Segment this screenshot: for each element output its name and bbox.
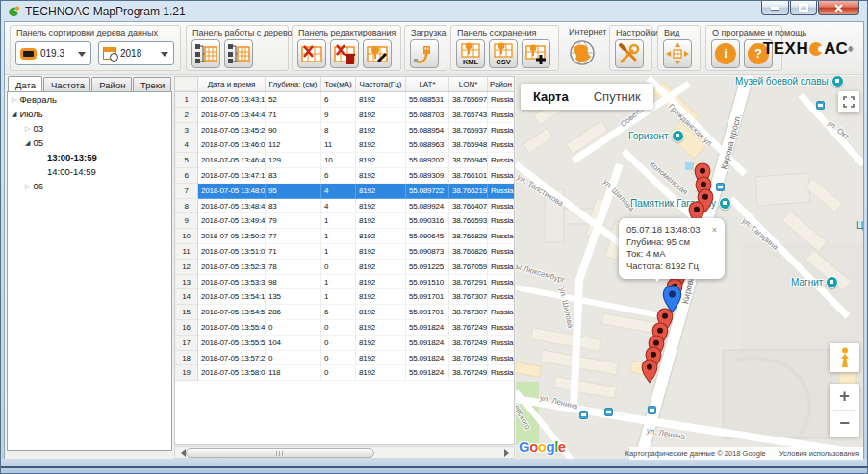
- table-cell[interactable]: 38.765937: [449, 123, 488, 138]
- col-lat[interactable]: LAT*: [406, 77, 449, 91]
- table-cell[interactable]: 8: [321, 123, 356, 138]
- table-cell[interactable]: 1: [321, 275, 356, 290]
- table-row[interactable]: 152018-07-05 13:54:552866819255.09170138…: [175, 305, 514, 320]
- row-number[interactable]: 1: [175, 92, 198, 108]
- table-row[interactable]: 42018-07-05 13:46:0511211819255.08896338…: [175, 137, 514, 153]
- table-cell[interactable]: 95: [266, 184, 321, 199]
- scroll-right-button[interactable]: [502, 447, 514, 458]
- table-cell[interactable]: 71: [266, 244, 321, 260]
- table-cell[interactable]: 104: [266, 336, 321, 351]
- row-number[interactable]: 10: [175, 229, 198, 244]
- table-cell[interactable]: 286: [266, 305, 321, 320]
- table-cell[interactable]: 38.767249: [449, 351, 488, 366]
- table-cell[interactable]: 55.089309: [406, 168, 449, 184]
- row-number[interactable]: 16: [175, 320, 198, 336]
- table-row[interactable]: 52018-07-05 13:46:4412910819255.08920238…: [175, 153, 514, 168]
- table-cell[interactable]: 2018-07-05 13:48:03: [198, 184, 266, 199]
- table-cell[interactable]: 38.767307: [449, 305, 488, 320]
- table-cell[interactable]: 0: [321, 336, 356, 351]
- table-cell[interactable]: 38.766407: [449, 199, 488, 214]
- table-cell[interactable]: 2018-07-05 13:48:41: [198, 199, 266, 214]
- tree-item-05[interactable]: ◢05: [8, 136, 171, 150]
- fullscreen-button[interactable]: [838, 91, 859, 112]
- col-rownum[interactable]: [175, 77, 198, 91]
- table-cell[interactable]: Russia.: [488, 199, 514, 214]
- table-cell[interactable]: 55.088963: [406, 137, 449, 153]
- table-cell[interactable]: Russia.: [488, 365, 514, 381]
- col-depth[interactable]: Глубина: (см): [266, 77, 321, 91]
- table-cell[interactable]: 55.091824: [406, 365, 449, 381]
- table-cell[interactable]: 8192: [356, 260, 406, 275]
- tab-tracks[interactable]: Треки: [133, 77, 171, 91]
- table-cell[interactable]: 2018-07-05 13:50:26: [198, 229, 266, 244]
- table-cell[interactable]: 83: [266, 199, 321, 214]
- tree-item-1400-1459[interactable]: 14:00-14:59: [8, 164, 171, 179]
- table-row[interactable]: 32018-07-05 13:45:29908819255.08895438.7…: [175, 123, 514, 138]
- table-cell[interactable]: Russia.: [488, 351, 514, 366]
- table-cell[interactable]: 98: [266, 275, 321, 290]
- expander-collapsed-icon[interactable]: ▷: [25, 125, 30, 133]
- expander-expanded-icon[interactable]: ◢: [25, 139, 30, 147]
- table-cell[interactable]: 55.090645: [406, 229, 449, 244]
- table-cell[interactable]: 38.766826: [449, 244, 488, 260]
- table-cell[interactable]: 79: [266, 213, 321, 229]
- about-button[interactable]: i: [711, 39, 740, 68]
- table-cell[interactable]: 55.091824: [406, 336, 449, 351]
- tree-rebuild-button[interactable]: [224, 39, 253, 68]
- zoom-out-button[interactable]: −: [830, 411, 859, 437]
- table-cell[interactable]: 55.089202: [406, 153, 449, 168]
- table-cell[interactable]: 8192: [356, 92, 406, 108]
- table-cell[interactable]: Russia.: [488, 168, 514, 184]
- table-row[interactable]: 132018-07-05 13:53:39981819255.09151038.…: [175, 275, 514, 290]
- table-cell[interactable]: Russia.: [488, 260, 514, 275]
- load-from-device-button[interactable]: [410, 39, 439, 68]
- row-number[interactable]: 18: [175, 351, 198, 366]
- table-cell[interactable]: 38.766829: [449, 229, 488, 244]
- table-cell[interactable]: 38.765743: [449, 108, 488, 123]
- table-cell[interactable]: 38.765948: [449, 137, 488, 153]
- satellite-view-button[interactable]: Спутник: [581, 84, 653, 110]
- tree-item-july[interactable]: ◢Июль: [8, 107, 171, 121]
- bus-stop-icon[interactable]: [579, 411, 588, 419]
- table-row[interactable]: 62018-07-05 13:47:12836819255.08930938.7…: [175, 168, 514, 184]
- tree-item-1300-1359[interactable]: 13:00-13:59: [8, 150, 171, 164]
- row-number[interactable]: 8: [175, 199, 198, 214]
- row-number[interactable]: 11: [175, 244, 198, 260]
- expander-collapsed-icon[interactable]: ▷: [12, 96, 16, 104]
- table-cell[interactable]: 2018-07-05 13:58:03: [198, 365, 266, 381]
- table-cell[interactable]: 9: [321, 108, 356, 123]
- table-cell[interactable]: 2018-07-05 13:55:40: [198, 320, 266, 336]
- table-row[interactable]: 142018-07-05 13:54:141351819255.09170138…: [175, 289, 514, 305]
- table-cell[interactable]: Russia.: [488, 305, 514, 320]
- table-cell[interactable]: Russia.: [488, 320, 514, 336]
- poi-museum[interactable]: Музей боевой славы: [735, 76, 844, 87]
- table-cell[interactable]: 55.091510: [406, 275, 449, 290]
- tree-item-06[interactable]: ▷06: [8, 179, 171, 193]
- title-bar[interactable]: TECHNOAC MapProgram 1.21: [1, 1, 867, 21]
- row-number[interactable]: 7: [175, 184, 198, 199]
- table-cell[interactable]: 38.767249: [449, 336, 488, 351]
- table-cell[interactable]: 55.091824: [406, 351, 449, 366]
- table-cell[interactable]: 0: [321, 351, 356, 366]
- table-cell[interactable]: 55.089924: [406, 199, 449, 214]
- table-cell[interactable]: 2018-07-05 13:52:36: [198, 260, 266, 275]
- table-cell[interactable]: 8192: [356, 184, 406, 199]
- table-cell[interactable]: 1: [321, 244, 356, 260]
- table-cell[interactable]: 0: [266, 320, 321, 336]
- table-cell[interactable]: 8192: [356, 320, 406, 336]
- table-cell[interactable]: 0: [321, 320, 356, 336]
- table-cell[interactable]: 10: [321, 153, 356, 168]
- close-button[interactable]: [818, 1, 859, 15]
- table-cell[interactable]: 38.766593: [449, 213, 488, 229]
- table-cell[interactable]: Russia.: [488, 213, 514, 229]
- table-cell[interactable]: 8192: [356, 365, 406, 381]
- table-cell[interactable]: 2018-07-05 13:43:19: [198, 92, 266, 108]
- table-cell[interactable]: 11: [321, 137, 356, 153]
- tab-date[interactable]: Дата: [8, 76, 42, 91]
- table-cell[interactable]: 38.766101: [449, 168, 488, 184]
- table-cell[interactable]: 135: [266, 289, 321, 305]
- table-cell[interactable]: 8192: [356, 229, 406, 244]
- table-cell[interactable]: 8192: [356, 244, 406, 260]
- scrollbar-thumb[interactable]: [186, 448, 374, 458]
- table-cell[interactable]: Russia.: [488, 153, 514, 168]
